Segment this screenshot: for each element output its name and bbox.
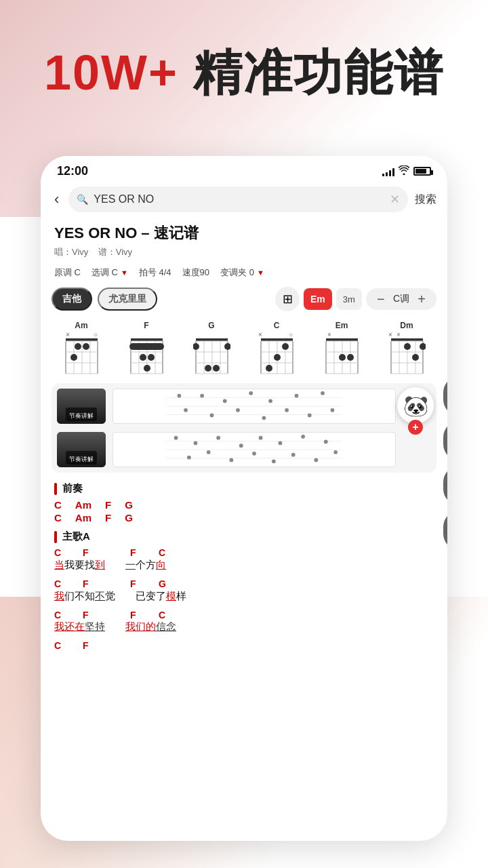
above-chord-f1: F	[83, 547, 111, 559]
section-bar-icon	[54, 483, 57, 495]
star-button[interactable]: ☆ 收藏	[443, 421, 447, 460]
section-versea: 主歌A C F F C 当我要找到一个方向 C F	[54, 530, 434, 652]
above-chord-space	[111, 547, 130, 559]
chord-diagram-f[interactable]: F 2	[117, 321, 176, 375]
above-chord-f2: F	[130, 547, 159, 559]
svg-rect-15	[131, 338, 163, 341]
ukulele-button[interactable]: 尤克里里	[98, 288, 157, 311]
difficulty-button[interactable]: 📊 难度·中	[443, 466, 447, 505]
above-chords-1: C F F C	[54, 547, 434, 559]
signal-icon	[382, 167, 394, 176]
svg-point-94	[268, 399, 272, 403]
svg-point-41	[224, 343, 230, 350]
share-button[interactable]: ↗ 分享	[443, 511, 447, 550]
svg-point-111	[259, 436, 263, 440]
svg-point-40	[193, 343, 199, 350]
like-button[interactable]: ♥ 12.3W	[443, 376, 447, 416]
chord-grid-button[interactable]: ⊞	[275, 287, 300, 311]
svg-point-56	[266, 365, 272, 372]
svg-point-90	[178, 394, 182, 398]
section-prelude: 前奏 C Am F G C Am F G	[54, 482, 434, 524]
lyric-line-3: 我还在坚持我们的信念	[54, 620, 434, 633]
score-area: 前奏 C Am F G C Am F G 主歌A	[41, 475, 447, 672]
svg-point-99	[236, 408, 240, 412]
search-submit-button[interactable]: 搜索	[415, 193, 436, 207]
svg-point-82	[404, 343, 411, 350]
composer-label: 谱：Vivy	[98, 247, 132, 257]
selected-key[interactable]: 选调 C ▼	[92, 267, 128, 279]
status-time: 12:00	[57, 164, 88, 178]
guitar-button[interactable]: 吉他	[52, 288, 92, 311]
side-actions: ♥ 12.3W ☆ 收藏 📊 难度·中 ↗ 分享	[443, 376, 447, 550]
chord-3m-button[interactable]: 3m	[336, 288, 362, 310]
selected-key-dropdown-icon: ▼	[121, 269, 128, 277]
video-label-2: 节奏讲解	[69, 456, 94, 462]
above-chord-c: C	[54, 547, 83, 559]
prelude-chord-row-2: C Am F G	[54, 512, 434, 524]
chord-diagram-am[interactable]: Am × ○	[52, 321, 111, 375]
svg-rect-0	[66, 338, 98, 341]
add-follow-button[interactable]: +	[408, 420, 423, 435]
hero-subtitle: 精准功能谱	[178, 45, 444, 100]
battery-icon	[413, 167, 431, 176]
above-chords-3: C F F C	[54, 610, 434, 621]
back-button[interactable]: ‹	[52, 188, 62, 211]
search-bar[interactable]: 🔍 YES OR NO ✕	[68, 186, 408, 212]
chord-f2: F	[105, 512, 111, 524]
hero-area: 10W+ 精准功能谱	[0, 41, 488, 106]
above-chords-2: C F F G	[54, 578, 434, 590]
svg-point-69	[339, 354, 346, 361]
video-label-1: 节奏讲解	[69, 412, 94, 419]
svg-point-109	[216, 436, 220, 440]
clear-button[interactable]: ✕	[390, 192, 400, 207]
svg-point-54	[282, 343, 289, 350]
svg-rect-30	[196, 338, 228, 341]
chord-c2: C	[54, 512, 62, 524]
video-row-1: 节奏讲解	[57, 389, 396, 424]
svg-text:×: ×	[66, 333, 70, 338]
svg-point-107	[174, 436, 178, 440]
svg-point-116	[207, 450, 211, 454]
svg-point-43	[213, 365, 220, 372]
key-plus-button[interactable]: +	[413, 291, 430, 307]
rhythm-grid-2	[113, 432, 396, 467]
avatar-container[interactable]: 🐼	[397, 387, 434, 424]
svg-point-112	[279, 441, 283, 446]
svg-point-84	[420, 343, 426, 350]
svg-point-121	[314, 458, 318, 462]
song-meta: 唱：Vivy 谱：Vivy	[54, 246, 434, 258]
search-row: ‹ 🔍 YES OR NO ✕ 搜索	[41, 182, 447, 216]
video-thumb-2[interactable]: 节奏讲解	[57, 432, 106, 467]
beat: 拍号 4/4	[139, 267, 171, 279]
svg-point-110	[239, 443, 243, 448]
prelude-chord-row-1: C Am F G	[54, 499, 434, 511]
video-thumb-1[interactable]: 节奏讲解	[57, 389, 106, 424]
chord-am2: Am	[75, 512, 92, 524]
chord-g1: G	[125, 499, 133, 511]
key-label: C调	[393, 293, 409, 305]
hero-brand: 10W+	[44, 45, 178, 100]
chord-diagrams: Am × ○ F	[41, 315, 447, 380]
status-icons	[382, 165, 431, 177]
capo-dropdown-icon: ▼	[257, 269, 264, 277]
svg-point-26	[140, 354, 146, 361]
svg-text:×: ×	[396, 333, 401, 338]
svg-point-113	[301, 435, 305, 439]
chord-diagram-c[interactable]: C × ○	[247, 321, 306, 375]
above-chords-4: C F	[54, 640, 434, 652]
chord-em-button[interactable]: Em	[304, 288, 332, 310]
svg-point-12	[70, 354, 77, 361]
chord-g2: G	[125, 512, 133, 524]
svg-rect-44	[261, 338, 293, 341]
key-minus-button[interactable]: −	[373, 291, 389, 307]
chord-diagram-em[interactable]: Em ×	[312, 321, 371, 375]
svg-point-91	[200, 394, 204, 398]
svg-point-120	[291, 453, 296, 457]
section-name-versea: 主歌A	[62, 530, 90, 543]
chord-diagram-g[interactable]: G	[182, 321, 241, 375]
chord-diagram-dm[interactable]: Dm × ×	[377, 321, 436, 375]
svg-text:○: ○	[94, 333, 98, 338]
svg-point-122	[333, 450, 338, 454]
svg-point-119	[272, 459, 276, 463]
capo[interactable]: 变调夹 0 ▼	[220, 267, 264, 279]
